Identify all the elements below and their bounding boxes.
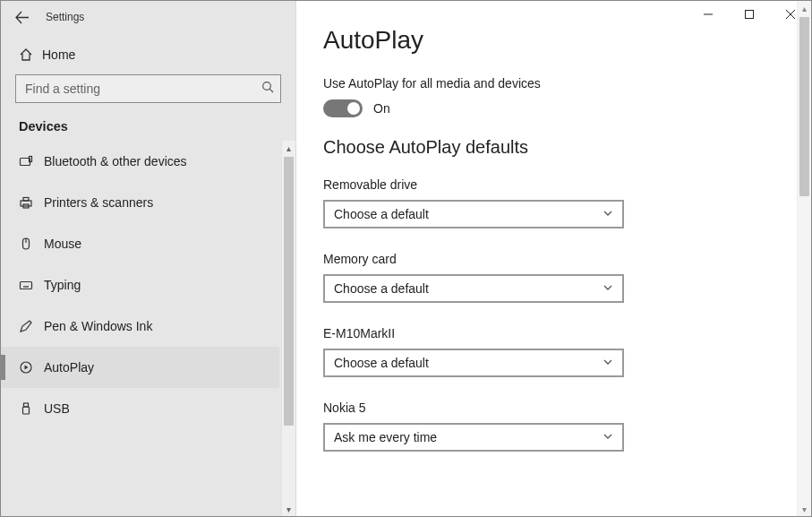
sidebar-item-bluetooth[interactable]: Bluetooth & other devices xyxy=(1,141,279,182)
toggle-state-text: On xyxy=(373,101,390,116)
svg-rect-4 xyxy=(21,201,31,206)
printer-icon xyxy=(19,195,44,210)
chevron-down-icon xyxy=(603,356,613,370)
sidebar-item-label: Typing xyxy=(44,278,81,292)
select-memory-card[interactable]: Choose a default xyxy=(323,274,624,303)
field-label-memory-card: Memory card xyxy=(323,252,811,266)
toggle-knob xyxy=(347,102,360,115)
window-controls xyxy=(688,1,811,28)
scroll-up-icon[interactable]: ▴ xyxy=(798,1,811,15)
home-link[interactable]: Home xyxy=(1,33,295,74)
arrow-left-icon xyxy=(15,11,29,24)
sidebar-item-printers[interactable]: Printers & scanners xyxy=(1,182,279,223)
chevron-down-icon xyxy=(603,207,613,221)
sidebar-item-label: AutoPlay xyxy=(44,360,94,375)
section-label: Devices xyxy=(1,119,295,141)
minimize-button[interactable] xyxy=(688,1,729,28)
main-scrollbar[interactable]: ▴ ▾ xyxy=(797,1,811,516)
sidebar-item-usb[interactable]: USB xyxy=(1,388,279,429)
scroll-down-icon[interactable]: ▾ xyxy=(282,502,295,516)
sidebar-item-label: Pen & Windows Ink xyxy=(44,319,152,333)
back-button[interactable] xyxy=(1,1,42,33)
select-value: Choose a default xyxy=(334,207,429,221)
scrollbar-thumb[interactable] xyxy=(284,157,294,426)
scroll-down-icon[interactable]: ▾ xyxy=(798,502,811,516)
svg-rect-2 xyxy=(21,159,30,166)
svg-rect-17 xyxy=(23,407,30,414)
select-value: Choose a default xyxy=(334,356,429,370)
field-label-em10: E-M10MarkII xyxy=(323,326,811,340)
usb-icon xyxy=(19,401,44,416)
select-value: Choose a default xyxy=(334,281,429,296)
sidebar-item-pen[interactable]: Pen & Windows Ink xyxy=(1,306,279,347)
home-label: Home xyxy=(42,47,75,62)
search-field[interactable] xyxy=(15,74,281,103)
sidebar-item-label: USB xyxy=(44,401,70,416)
chevron-down-icon xyxy=(603,281,613,296)
bluetooth-icon xyxy=(19,154,44,168)
select-value: Ask me every time xyxy=(334,430,437,444)
select-nokia5[interactable]: Ask me every time xyxy=(323,423,624,452)
maximize-button[interactable] xyxy=(729,1,770,28)
main-content: AutoPlay Use AutoPlay for all media and … xyxy=(296,1,811,516)
sidebar: Settings Home Devices Bluetooth & other … xyxy=(1,1,296,516)
select-removable-drive[interactable]: Choose a default xyxy=(323,200,624,228)
sidebar-item-mouse[interactable]: Mouse xyxy=(1,223,279,264)
svg-rect-9 xyxy=(21,282,32,289)
search-input[interactable] xyxy=(15,74,281,103)
defaults-subheader: Choose AutoPlay defaults xyxy=(323,137,811,158)
sidebar-item-autoplay[interactable]: AutoPlay xyxy=(1,347,279,388)
sidebar-nav: Bluetooth & other devices Printers & sca… xyxy=(1,141,295,516)
mouse-icon xyxy=(19,237,44,251)
window-title: Settings xyxy=(46,11,84,23)
sidebar-item-label: Printers & scanners xyxy=(44,195,153,210)
home-icon xyxy=(19,47,42,62)
titlebar: Settings xyxy=(1,1,295,33)
keyboard-icon xyxy=(19,278,44,292)
sidebar-item-label: Mouse xyxy=(44,237,81,251)
chevron-down-icon xyxy=(603,430,613,444)
pen-icon xyxy=(19,319,44,333)
autoplay-icon xyxy=(19,360,44,375)
autoplay-toggle[interactable] xyxy=(323,99,363,117)
sidebar-scrollbar[interactable]: ▴ ▾ xyxy=(281,141,295,516)
toggle-description: Use AutoPlay for all media and devices xyxy=(323,76,811,90)
sidebar-item-typing[interactable]: Typing xyxy=(1,264,279,306)
scrollbar-thumb[interactable] xyxy=(799,17,809,196)
select-em10[interactable]: Choose a default xyxy=(323,349,624,377)
scroll-up-icon[interactable]: ▴ xyxy=(282,141,295,155)
svg-rect-5 xyxy=(23,198,29,202)
svg-rect-16 xyxy=(24,403,29,407)
field-label-removable-drive: Removable drive xyxy=(323,177,811,192)
sidebar-item-label: Bluetooth & other devices xyxy=(44,154,187,168)
svg-rect-19 xyxy=(746,11,754,19)
field-label-nokia5: Nokia 5 xyxy=(323,401,811,415)
page-title: AutoPlay xyxy=(323,26,811,55)
